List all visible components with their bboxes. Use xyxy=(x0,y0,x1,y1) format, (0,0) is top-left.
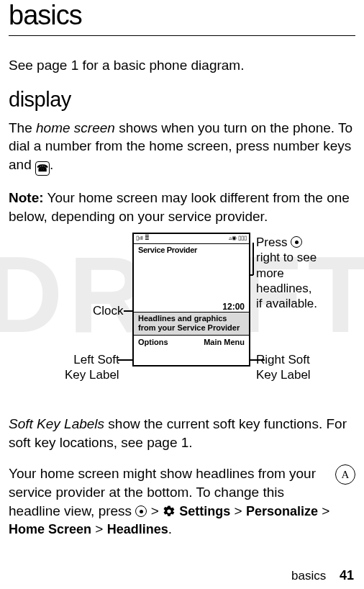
text-line: Key Label xyxy=(65,367,119,382)
path-settings: Settings xyxy=(179,504,230,518)
phone-homescreen-mock: ▯ıll ≣ ▵◉ ▯▯▯ Service Provider 12:00 Hea… xyxy=(132,233,250,367)
callout-line xyxy=(118,359,132,361)
footer-label: basics xyxy=(291,569,326,583)
callout-line xyxy=(252,243,254,275)
service-provider-label: Service Provider xyxy=(134,244,249,257)
text-fragment: The xyxy=(9,120,36,135)
path-personalize: Personalize xyxy=(246,504,318,518)
note-label: Note: xyxy=(9,190,44,205)
note-text: Your home screen may look different from… xyxy=(9,190,350,224)
path-separator: > xyxy=(318,503,329,518)
battery-icon: ▵◉ ▯▯▯ xyxy=(229,235,247,243)
softkey-labels-paragraph: Soft Key Labels show the current soft ke… xyxy=(9,415,355,451)
path-home-screen: Home Screen xyxy=(9,522,91,536)
nav-key-icon xyxy=(291,236,302,248)
dial-key-icon: ☎ xyxy=(35,161,50,176)
softkey-row: Options Main Menu xyxy=(134,336,249,346)
homescreen-body: 12:00 xyxy=(134,257,249,312)
text-fragment: . xyxy=(50,157,53,172)
text-line: right to see xyxy=(256,250,317,265)
callout-left-softkey: Left Soft Key Label xyxy=(65,352,119,383)
callout-right-softkey: Right Soft Key Label xyxy=(256,352,311,383)
intro-paragraph: See page 1 for a basic phone diagram. xyxy=(9,56,355,75)
softkey-labels-italic: Soft Key Labels xyxy=(9,416,104,431)
settings-icon xyxy=(163,504,176,517)
clock-value: 12:00 xyxy=(222,302,245,312)
path-headlines: Headlines xyxy=(107,522,168,536)
callout-press-right: Press right to see more headlines, if av… xyxy=(256,235,317,311)
headlines-banner: Headlines and graphics from your Service… xyxy=(134,312,249,335)
text-line: Press xyxy=(256,235,317,250)
text-line: Right Soft xyxy=(256,352,311,367)
text-line: more xyxy=(256,266,317,281)
path-separator: > xyxy=(230,503,246,518)
nav-key-icon xyxy=(135,505,147,517)
text-fragment: Press xyxy=(256,235,291,249)
callout-clock: Clock xyxy=(93,303,124,318)
path-separator: > xyxy=(91,521,107,536)
right-softkey-label: Main Menu xyxy=(204,338,245,346)
text-home-screen-italic: home screen xyxy=(36,120,115,135)
homescreen-description: The home screen shows when you turn on t… xyxy=(9,119,355,176)
text-line: if available. xyxy=(256,296,317,311)
signal-icon: ▯ıll ≣ xyxy=(136,235,150,243)
homescreen-diagram: ▯ıll ≣ ▵◉ ▯▯▯ Service Provider 12:00 Hea… xyxy=(9,233,355,395)
status-bar: ▯ıll ≣ ▵◉ ▯▯▯ xyxy=(134,234,249,244)
section-heading-display: display xyxy=(9,88,355,112)
page-number: 41 xyxy=(340,568,354,583)
left-softkey-label: Options xyxy=(138,338,168,346)
text-line: headlines, xyxy=(256,281,317,296)
path-separator: > xyxy=(147,503,163,518)
text-line: Left Soft xyxy=(65,352,119,367)
text-line: Key Label xyxy=(256,367,311,382)
headlines-paragraph: A Your home screen might show headlines … xyxy=(9,464,355,539)
page-title: basics xyxy=(9,0,355,31)
title-rule xyxy=(9,35,355,36)
info-badge-icon: A xyxy=(335,464,355,485)
note-paragraph: Note: Your home screen may look differen… xyxy=(9,189,355,225)
page-footer: basics 41 xyxy=(291,568,354,583)
